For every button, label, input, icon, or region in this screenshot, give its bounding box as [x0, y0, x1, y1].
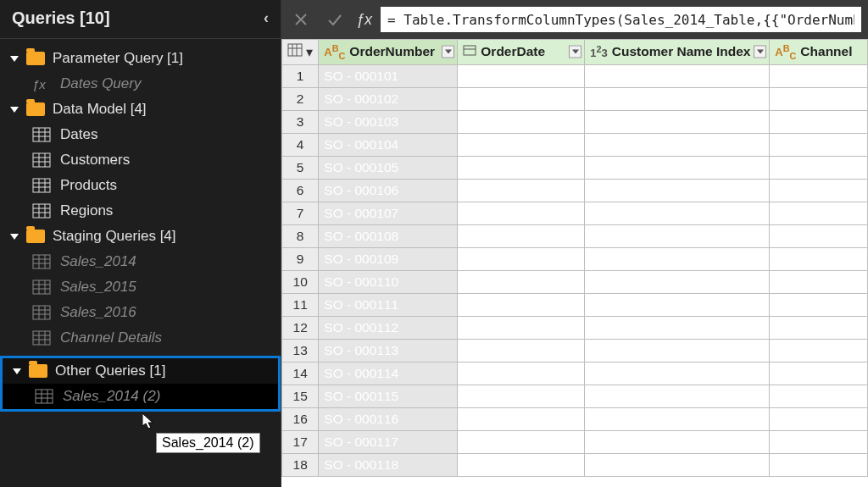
cell-orderdate[interactable]: 1/06/2014	[458, 202, 585, 224]
query-item[interactable]: Products	[0, 173, 281, 198]
cell-custindex[interactable]: 110	[585, 407, 770, 430]
table-row[interactable]: 16SO - 0001162/06/2014110Wholesale	[282, 407, 868, 430]
cell-custindex[interactable]: 130	[585, 339, 770, 362]
row-number[interactable]: 12	[282, 316, 319, 339]
row-number[interactable]: 10	[282, 270, 319, 293]
query-item[interactable]: Customers	[0, 147, 281, 173]
cell-channel[interactable]: Wholesale	[770, 156, 868, 179]
cell-custindex[interactable]: 130	[585, 293, 770, 316]
table-row[interactable]: 15SO - 0001152/06/201463Distributor	[282, 385, 868, 407]
cell-ordernumber[interactable]: SO - 000104	[319, 133, 458, 156]
filter-dropdown-icon[interactable]	[569, 46, 581, 58]
cell-channel[interactable]: Wholesale	[770, 270, 868, 293]
row-number[interactable]: 6	[282, 179, 319, 202]
cell-ordernumber[interactable]: SO - 000115	[319, 385, 458, 407]
table-row[interactable]: 3SO - 0001031/06/20148Export	[282, 110, 868, 133]
table-row[interactable]: 9SO - 0001092/06/2014121Wholesale	[282, 247, 868, 270]
row-number[interactable]: 5	[282, 156, 319, 179]
cell-custindex[interactable]: 27	[585, 362, 770, 385]
cell-channel[interactable]: Distributor	[770, 64, 868, 87]
cell-ordernumber[interactable]: SO - 000102	[319, 87, 458, 110]
query-group-row[interactable]: Data Model [4]	[0, 97, 281, 122]
fx-icon[interactable]: ƒx	[356, 11, 372, 29]
column-header-custindex[interactable]: 123Customer Name Index	[585, 40, 770, 65]
column-header-channel[interactable]: ABCChannel	[770, 40, 868, 65]
row-number[interactable]: 17	[282, 430, 319, 453]
table-row[interactable]: 11SO - 0001112/06/2014130Export	[282, 293, 868, 316]
table-row[interactable]: 8SO - 0001081/06/201420Distributor	[282, 224, 868, 247]
row-number[interactable]: 15	[282, 385, 319, 407]
cell-channel[interactable]: Export	[770, 339, 868, 362]
row-number[interactable]: 16	[282, 407, 319, 430]
collapse-icon[interactable]: ‹	[264, 9, 269, 27]
table-row[interactable]: 13SO - 0001132/06/2014130Export	[282, 339, 868, 362]
cell-orderdate[interactable]: 2/06/2014	[458, 430, 585, 453]
table-row[interactable]: 5SO - 0001051/06/2014143Wholesale	[282, 156, 868, 179]
table-row[interactable]: 18SO - 0001182/06/2014156Export	[282, 453, 868, 476]
cell-orderdate[interactable]: 2/06/2014	[458, 407, 585, 430]
cell-ordernumber[interactable]: SO - 000101	[319, 64, 458, 87]
cell-channel[interactable]: Wholesale	[770, 179, 868, 202]
cell-custindex[interactable]: 121	[585, 247, 770, 270]
cell-orderdate[interactable]: 2/06/2014	[458, 247, 585, 270]
cell-channel[interactable]: Distributor	[770, 202, 868, 224]
table-row[interactable]: 12SO - 0001122/06/2014144Distributor	[282, 316, 868, 339]
row-number[interactable]: 4	[282, 133, 319, 156]
table-row[interactable]: 1SO - 0001011/06/201459Distributor	[282, 64, 868, 87]
cell-orderdate[interactable]: 2/06/2014	[458, 385, 585, 407]
cell-ordernumber[interactable]: SO - 000111	[319, 293, 458, 316]
cell-ordernumber[interactable]: SO - 000109	[319, 247, 458, 270]
cell-channel[interactable]: Wholesale	[770, 247, 868, 270]
cell-ordernumber[interactable]: SO - 000113	[319, 339, 458, 362]
cell-custindex[interactable]: 110	[585, 430, 770, 453]
cell-channel[interactable]: Export	[770, 110, 868, 133]
cell-orderdate[interactable]: 1/06/2014	[458, 224, 585, 247]
cell-custindex[interactable]: 110	[585, 270, 770, 293]
cell-custindex[interactable]: 143	[585, 156, 770, 179]
query-item[interactable]: Regions	[0, 198, 281, 224]
cell-ordernumber[interactable]: SO - 000117	[319, 430, 458, 453]
cell-custindex[interactable]: 151	[585, 202, 770, 224]
column-header-ordernumber[interactable]: ABCOrderNumber	[319, 40, 458, 65]
cell-orderdate[interactable]: 2/06/2014	[458, 362, 585, 385]
cell-channel[interactable]: Distributor	[770, 316, 868, 339]
cell-orderdate[interactable]: 2/06/2014	[458, 293, 585, 316]
query-group-row[interactable]: Other Queries [1]	[3, 358, 278, 384]
row-number[interactable]: 13	[282, 339, 319, 362]
cell-custindex[interactable]: 59	[585, 64, 770, 87]
column-header-orderdate[interactable]: OrderDate	[458, 40, 585, 65]
cell-channel[interactable]: Wholesale	[770, 407, 868, 430]
table-row[interactable]: 7SO - 0001071/06/2014151Distributor	[282, 202, 868, 224]
row-number[interactable]: 7	[282, 202, 319, 224]
cell-orderdate[interactable]: 1/06/2014	[458, 156, 585, 179]
table-row[interactable]: 10SO - 0001102/06/2014110Wholesale	[282, 270, 868, 293]
cell-custindex[interactable]: 63	[585, 385, 770, 407]
cell-ordernumber[interactable]: SO - 000105	[319, 156, 458, 179]
cell-ordernumber[interactable]: SO - 000103	[319, 110, 458, 133]
cell-orderdate[interactable]: 2/06/2014	[458, 316, 585, 339]
query-item[interactable]: Sales_2015	[0, 274, 281, 300]
table-row[interactable]: 14SO - 0001142/06/201427Export	[282, 362, 868, 385]
cell-custindex[interactable]: 20	[585, 224, 770, 247]
row-number[interactable]: 9	[282, 247, 319, 270]
cell-ordernumber[interactable]: SO - 000108	[319, 224, 458, 247]
cell-ordernumber[interactable]: SO - 000107	[319, 202, 458, 224]
filter-dropdown-icon[interactable]	[754, 46, 766, 58]
cell-channel[interactable]: Export	[770, 293, 868, 316]
table-row[interactable]: 4SO - 0001041/06/201476Export	[282, 133, 868, 156]
cell-ordernumber[interactable]: SO - 000106	[319, 179, 458, 202]
cell-ordernumber[interactable]: SO - 000112	[319, 316, 458, 339]
query-item[interactable]: ƒxDates Query	[0, 71, 281, 97]
cell-custindex[interactable]: 8	[585, 110, 770, 133]
table-row[interactable]: 2SO - 0001021/06/201433Wholesale	[282, 87, 868, 110]
table-row[interactable]: 6SO - 0001061/06/2014124Wholesale	[282, 179, 868, 202]
cell-channel[interactable]: Distributor	[770, 385, 868, 407]
cell-channel[interactable]: Export	[770, 133, 868, 156]
cell-ordernumber[interactable]: SO - 000110	[319, 270, 458, 293]
cell-orderdate[interactable]: 2/06/2014	[458, 270, 585, 293]
cell-custindex[interactable]: 124	[585, 179, 770, 202]
cell-channel[interactable]: Export	[770, 362, 868, 385]
cell-channel[interactable]: Distributor	[770, 224, 868, 247]
row-number[interactable]: 14	[282, 362, 319, 385]
query-group-row[interactable]: Staging Queries [4]	[0, 224, 281, 249]
